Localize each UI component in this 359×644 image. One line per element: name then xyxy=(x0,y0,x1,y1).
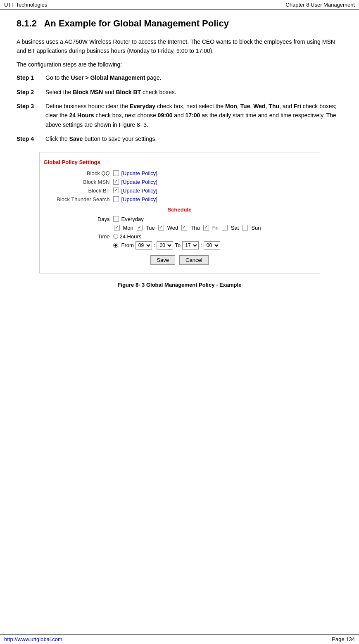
day-sat: Sat xyxy=(221,225,239,231)
intro-paragraph1: A business uses a AC750W Wireless Router… xyxy=(17,37,342,56)
day-sat-checkbox[interactable] xyxy=(222,225,228,231)
block-bt-row: Block BT [Update Policy] xyxy=(44,188,316,194)
step-2-content: Select the Block MSN and Block BT check … xyxy=(45,88,342,97)
day-mon: Mon xyxy=(113,225,133,231)
everyday-checkbox[interactable] xyxy=(113,216,119,222)
steps-container: Step 1 Go to the User > Global Managemen… xyxy=(17,73,342,143)
block-bt-update-link[interactable]: [Update Policy] xyxy=(121,188,157,194)
step-3-row: Step 3 Define business hours: clear the … xyxy=(17,102,342,129)
time-label: Time xyxy=(44,233,110,240)
to-label: To xyxy=(175,242,181,248)
block-bt-label: Block BT xyxy=(44,188,110,194)
block-thunder-checkbox[interactable] xyxy=(113,196,119,202)
from-hour-select[interactable]: 09 xyxy=(136,241,152,250)
block-msn-update-link[interactable]: [Update Policy] xyxy=(121,179,157,185)
save-button[interactable]: Save xyxy=(150,255,175,265)
day-thu-checkbox[interactable] xyxy=(181,225,187,231)
header-left: UTT Technologies xyxy=(4,2,47,8)
radio-24h-label: 24 Hours xyxy=(120,233,142,240)
days-weekdays-row: Mon Tue Wed Thu xyxy=(44,225,316,231)
footer-link[interactable]: http://www.uttglobal.com xyxy=(4,636,62,642)
figure-container: Global Policy Settings Block QQ [Update … xyxy=(39,152,320,273)
page-header: UTT Technologies Chapter 8 User Manageme… xyxy=(0,0,359,10)
days-label: Days xyxy=(44,216,110,222)
colon1: : xyxy=(154,242,155,248)
step-4-content: Click the Save button to save your setti… xyxy=(45,134,342,143)
block-bt-checkbox[interactable] xyxy=(113,188,119,193)
weekdays-group: Mon Tue Wed Thu xyxy=(113,225,261,231)
block-thunder-label: Block Thunder Search xyxy=(44,196,110,202)
time-24h-row: Time 24 Hours xyxy=(44,233,316,240)
day-thu: Thu xyxy=(181,225,200,231)
radio-24h[interactable] xyxy=(113,234,118,239)
block-thunder-row: Block Thunder Search [Update Policy] xyxy=(44,196,316,202)
header-right: Chapter 8 User Management xyxy=(285,2,355,8)
from-min-select[interactable]: 00 xyxy=(157,241,173,250)
everyday-label: Everyday xyxy=(121,216,144,222)
days-everyday-row: Days Everyday xyxy=(44,216,316,222)
to-hour-select[interactable]: 17 xyxy=(182,241,199,250)
main-content: 8.1.2 An Example for Global Management P… xyxy=(0,10,359,313)
day-tue-checkbox[interactable] xyxy=(137,225,143,231)
buttons-row: Save Cancel xyxy=(44,255,316,265)
step-2-row: Step 2 Select the Block MSN and Block BT… xyxy=(17,88,342,97)
day-sun-checkbox[interactable] xyxy=(242,225,248,231)
step-3-content: Define business hours: clear the Everyda… xyxy=(45,102,342,129)
step-1-label: Step 1 xyxy=(17,73,45,82)
step-3-label: Step 3 xyxy=(17,102,45,129)
block-qq-checkbox[interactable] xyxy=(113,170,119,176)
day-tue: Tue xyxy=(136,225,155,231)
from-to-row: From 09 : 00 To 17 : 00 xyxy=(113,241,220,250)
step-1-content: Go to the User > Global Management page. xyxy=(45,73,342,82)
section-title: 8.1.2 An Example for Global Management P… xyxy=(17,18,342,29)
day-mon-checkbox[interactable] xyxy=(114,225,120,231)
schedule-section: Schedule Days Everyday Mon Tue xyxy=(44,207,316,250)
to-min-select[interactable]: 00 xyxy=(204,241,220,250)
step-4-label: Step 4 xyxy=(17,134,45,143)
time-from-row: From 09 : 00 To 17 : 00 xyxy=(44,241,316,250)
block-qq-row: Block QQ [Update Policy] xyxy=(44,170,316,176)
step-1-row: Step 1 Go to the User > Global Managemen… xyxy=(17,73,342,82)
day-wed: Wed xyxy=(157,225,178,231)
figure-title: Global Policy Settings xyxy=(44,159,316,165)
step-2-label: Step 2 xyxy=(17,88,45,97)
schedule-title: Schedule xyxy=(44,207,316,213)
day-sun: Sun xyxy=(241,225,261,231)
block-msn-row: Block MSN [Update Policy] xyxy=(44,179,316,185)
day-wed-checkbox[interactable] xyxy=(158,225,164,231)
colon2: : xyxy=(200,242,202,248)
radio-from[interactable] xyxy=(113,243,118,248)
block-thunder-update-link[interactable]: [Update Policy] xyxy=(121,196,157,202)
block-msn-label: Block MSN xyxy=(44,179,110,185)
intro-paragraph2: The configuration steps are the followin… xyxy=(17,60,342,69)
page-number: Page 134 xyxy=(332,636,355,642)
from-label: From xyxy=(121,242,134,248)
block-msn-checkbox[interactable] xyxy=(113,179,119,185)
block-qq-update-link[interactable]: [Update Policy] xyxy=(121,170,157,176)
block-qq-label: Block QQ xyxy=(44,170,110,176)
step-4-row: Step 4 Click the Save button to save you… xyxy=(17,134,342,143)
day-fri-checkbox[interactable] xyxy=(203,225,209,231)
page-footer: http://www.uttglobal.com Page 134 xyxy=(0,634,359,644)
day-fri: Fri xyxy=(202,225,219,231)
cancel-button[interactable]: Cancel xyxy=(179,255,208,265)
figure-caption: Figure 8- 3 Global Management Policy - E… xyxy=(17,282,342,288)
